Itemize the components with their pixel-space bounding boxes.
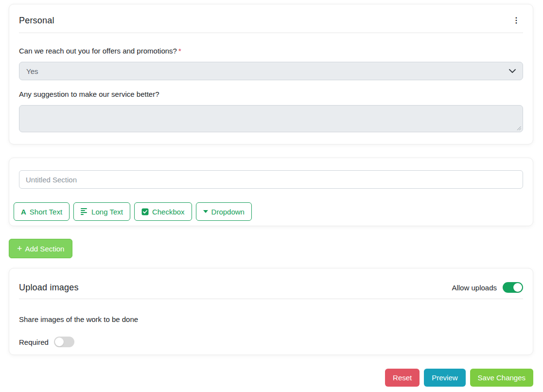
preview-button[interactable]: Preview [424, 369, 465, 387]
toggle-knob [513, 283, 522, 292]
personal-section-card: Personal ⋮ Can we reach out you for offe… [9, 4, 533, 144]
untitled-section-card: A Short Text Long Text Checkbox Dropdown [9, 158, 533, 226]
plus-icon: + [17, 244, 22, 253]
footer-actions: Reset Preview Save Changes [9, 369, 533, 387]
upload-card-header: Upload images Allow uploads [19, 282, 523, 293]
caret-down-icon [203, 210, 208, 213]
question-label-promotions: Can we reach out you for offers and prom… [19, 47, 523, 55]
select-value: Yes [26, 67, 38, 75]
question-text: Any suggestion to make our service bette… [19, 90, 159, 98]
text-lines-icon [81, 208, 88, 215]
upload-images-card: Upload images Allow uploads Share images… [9, 268, 533, 355]
personal-card-header: Personal ⋮ [19, 15, 523, 26]
chevron-down-icon [509, 69, 516, 73]
required-label: Required [19, 338, 49, 346]
reset-button[interactable]: Reset [385, 369, 420, 387]
resize-handle-icon [516, 125, 521, 130]
suggestion-textarea [19, 105, 523, 132]
allow-uploads-toggle[interactable] [503, 282, 523, 293]
checkbox-checked-icon [141, 208, 149, 215]
letter-a-icon: A [21, 208, 26, 215]
required-control: Required [19, 337, 523, 347]
field-button-label: Long Text [91, 208, 123, 216]
long-text-button[interactable]: Long Text [73, 202, 130, 221]
field-button-label: Short Text [30, 208, 62, 216]
header-divider [19, 299, 523, 299]
toggle-knob [55, 338, 64, 346]
save-changes-button[interactable]: Save Changes [470, 369, 533, 387]
section-title: Personal [19, 15, 54, 26]
required-asterisk: * [178, 47, 181, 55]
header-divider [19, 33, 523, 33]
required-toggle[interactable] [54, 337, 74, 347]
add-section-button[interactable]: + Add Section [9, 239, 72, 258]
section-menu-button[interactable]: ⋮ [509, 16, 523, 26]
short-text-button[interactable]: A Short Text [14, 202, 70, 221]
kebab-menu-icon: ⋮ [512, 16, 520, 24]
question-text: Can we reach out you for offers and prom… [19, 47, 177, 55]
field-button-label: Dropdown [211, 208, 245, 216]
checkbox-button[interactable]: Checkbox [134, 202, 192, 221]
field-button-label: Checkbox [152, 208, 185, 216]
dropdown-button[interactable]: Dropdown [196, 202, 252, 221]
allow-uploads-label: Allow uploads [452, 284, 497, 292]
upload-card-title: Upload images [19, 282, 79, 293]
question-label-suggestion: Any suggestion to make our service bette… [19, 90, 523, 99]
field-type-buttons: A Short Text Long Text Checkbox Dropdown [14, 202, 523, 221]
allow-uploads-control: Allow uploads [452, 282, 523, 293]
promotions-select: Yes [19, 62, 523, 80]
section-title-input[interactable] [19, 170, 523, 189]
upload-description: Share images of the work to be done [19, 315, 523, 324]
add-section-label: Add Section [25, 245, 65, 253]
